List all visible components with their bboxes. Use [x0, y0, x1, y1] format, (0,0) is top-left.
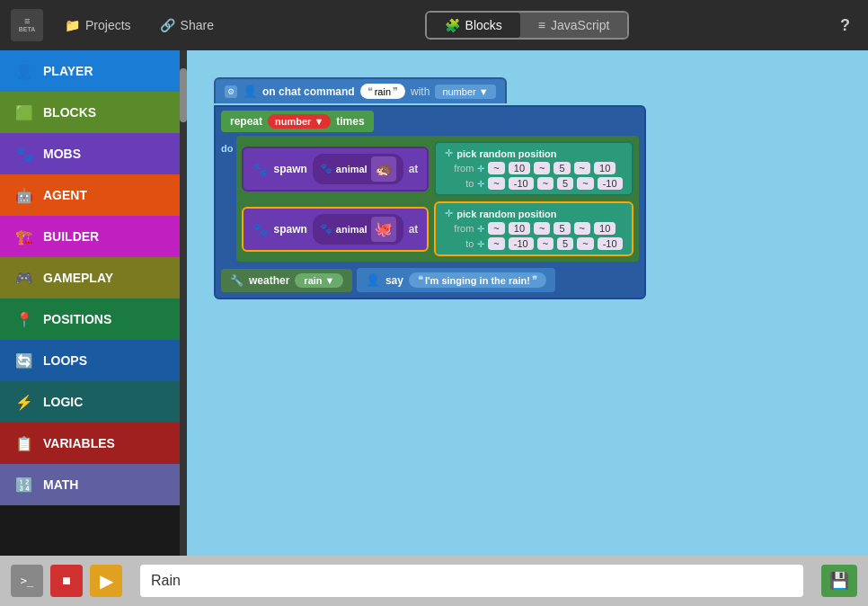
sidebar-item-logic[interactable]: ⚡ LOGIC: [0, 381, 180, 423]
tab-javascript[interactable]: ≡ JavaScript: [520, 13, 628, 38]
sidebar-item-loops[interactable]: 🔄 LOOPS: [0, 340, 180, 381]
save-button[interactable]: 💾: [821, 565, 857, 597]
say-block[interactable]: 👤 say ❝ I'm singing in the rain! ❞: [357, 268, 555, 292]
gameplay-icon: 🎮: [14, 268, 34, 288]
num-t1-x[interactable]: -10: [509, 177, 534, 190]
number-repeat-pill[interactable]: number ▼: [268, 114, 331, 129]
share-icon: 🔗: [160, 18, 175, 32]
pos-to-row-2: to ✛ ~ -10 ~ 5 ~ -10: [445, 237, 622, 250]
animal-pill-2[interactable]: 🐾 animal 🐙: [313, 214, 403, 245]
sidebar-item-math[interactable]: 🔢 MATH: [0, 464, 180, 505]
animal-pill-1[interactable]: 🐾 animal 🦔: [313, 154, 403, 184]
rain-weather-pill[interactable]: rain ▼: [295, 273, 343, 288]
pos-block-1[interactable]: ✛ pick random position from ✛ ~ 10 ~ 5: [434, 141, 633, 196]
settings-cog-icon: ⚙: [225, 85, 237, 98]
pos-block-2[interactable]: ✛ pick random position from ✛ ~ 10 ~ 5: [434, 201, 633, 256]
num-t2-z[interactable]: -10: [598, 237, 623, 250]
run-button[interactable]: ▶: [90, 565, 122, 597]
num-f2-z[interactable]: 10: [594, 222, 616, 235]
tab-blocks[interactable]: 🧩 Blocks: [425, 11, 522, 40]
sidebar-item-agent[interactable]: 🤖 AGENT: [0, 174, 180, 216]
num-f1-y[interactable]: 5: [554, 162, 570, 174]
tilde-t2: ~: [488, 237, 504, 250]
positions-icon: 📍: [14, 309, 34, 329]
animal-paws-icon-2: 🐾: [320, 223, 332, 235]
outer-blue-container: repeat number ▼ times do: [214, 105, 646, 299]
spawn-block-1[interactable]: 🐾 spawn 🐾 animal 🦔 at: [242, 147, 429, 192]
num-f1-z[interactable]: 10: [594, 162, 616, 174]
add-icon-f1: ✛: [477, 164, 484, 174]
variables-icon: 📋: [14, 433, 34, 453]
tilde-f1: ~: [488, 162, 504, 174]
sidebar-scrollbar-thumb[interactable]: [180, 68, 187, 122]
crosshair-icon-2: ✛: [445, 208, 453, 219]
tilde-t2c: ~: [577, 237, 593, 250]
topbar: ☰ BETA 📁 Projects 🔗 Share 🧩 Blocks ≡ Jav…: [0, 0, 868, 50]
repeat-row: repeat number ▼ times: [221, 111, 639, 132]
sidebar-item-variables[interactable]: 📋 VARIABLES: [0, 423, 180, 464]
math-icon: 🔢: [14, 475, 34, 495]
animal-sprite-1[interactable]: 🦔: [371, 156, 396, 182]
num-t2-x[interactable]: -10: [509, 237, 534, 250]
wrench-icon: 🔧: [230, 274, 244, 287]
chat-command-block[interactable]: ⚙ 👤 on chat command ❝ rain ❞ with number…: [214, 77, 507, 103]
pick-random-label-1: pick random position: [456, 148, 556, 159]
num-f2-x[interactable]: 10: [509, 222, 530, 235]
number-var-pill[interactable]: number ▼: [435, 85, 495, 99]
num-f1-x[interactable]: 10: [509, 162, 530, 174]
sidebar-item-mobs[interactable]: 🐾 MOBS: [0, 133, 180, 174]
player-icon: 👤: [14, 61, 34, 81]
do-area: do 🐾 spawn 🐾 animal 🦔: [221, 136, 639, 262]
rain-dropdown-icon: ▼: [325, 275, 335, 286]
repeat-block[interactable]: repeat number ▼ times: [221, 111, 374, 132]
pos-to-row-1: to ✛ ~ -10 ~ 5 ~ -10: [445, 177, 622, 190]
sidebar-item-player[interactable]: 👤 PLAYER: [0, 50, 180, 92]
quote-open-icon: ❝: [368, 85, 373, 97]
animal-sprite-2[interactable]: 🐙: [371, 217, 396, 242]
projects-button[interactable]: 📁 Projects: [58, 14, 138, 36]
do-label: do: [221, 136, 233, 154]
animal-paws-icon-1: 🐾: [320, 163, 332, 174]
pick-random-label-2: pick random position: [456, 209, 556, 219]
canvas-area: ⚙ 👤 on chat command ❝ rain ❞ with number…: [187, 50, 868, 556]
spawn-row-2: 🐾 spawn 🐾 animal 🐙 at: [242, 201, 633, 256]
sidebar-item-positions[interactable]: 📍 POSITIONS: [0, 299, 180, 340]
tilde-f2c: ~: [574, 222, 590, 235]
stop-button[interactable]: ■: [50, 565, 83, 597]
tilde-t1b: ~: [537, 177, 554, 190]
from-label-2: from: [445, 223, 474, 234]
help-button[interactable]: ?: [833, 13, 857, 39]
share-button[interactable]: 🔗 Share: [153, 14, 221, 36]
terminal-button[interactable]: >_: [11, 565, 43, 597]
num-t2-y[interactable]: 5: [557, 237, 573, 250]
bottom-bar: >_ ■ ▶ Rain 💾: [0, 556, 868, 606]
num-t1-z[interactable]: -10: [598, 177, 623, 190]
sidebar-scrollbar[interactable]: [180, 50, 187, 556]
num-f2-y[interactable]: 5: [554, 222, 570, 235]
spawn-block-2[interactable]: 🐾 spawn 🐾 animal 🐙 at: [242, 207, 429, 252]
folder-icon: 📁: [65, 18, 80, 32]
blocks-icon: 🟩: [14, 102, 34, 122]
repeat-dropdown-icon: ▼: [314, 116, 323, 127]
weather-block[interactable]: 🔧 weather rain ▼: [221, 269, 352, 292]
agent-icon: 🤖: [14, 185, 34, 205]
sidebar-item-gameplay[interactable]: 🎮 GAMEPLAY: [0, 257, 180, 299]
tilde-t1c: ~: [577, 177, 593, 190]
player-cmd-icon: 👤: [243, 85, 257, 98]
sidebar-item-builder[interactable]: 🏗️ BUILDER: [0, 216, 180, 257]
num-t1-y[interactable]: 5: [557, 177, 573, 190]
to-label-2: to: [445, 238, 474, 249]
to-label-1: to: [445, 178, 474, 189]
add-icon-t2: ✛: [477, 239, 484, 249]
say-player-icon: 👤: [366, 273, 380, 287]
sidebar: 👤 PLAYER 🟩 BLOCKS 🐾 MOBS 🤖 AGENT 🏗️ BUIL…: [0, 50, 180, 556]
say-quote-open: ❝: [418, 274, 423, 286]
say-string-pill[interactable]: ❝ I'm singing in the rain! ❞: [409, 272, 546, 288]
spawn-row-1: 🐾 spawn 🐾 animal 🦔 at: [242, 141, 633, 196]
sidebar-item-blocks[interactable]: 🟩 BLOCKS: [0, 92, 180, 133]
tilde-f1b: ~: [534, 162, 550, 174]
tilde-f2b: ~: [534, 222, 550, 235]
tilde-f1c: ~: [574, 162, 590, 174]
rain-string-pill[interactable]: ❝ rain ❞: [360, 84, 405, 99]
do-inner: 🐾 spawn 🐾 animal 🦔 at: [236, 136, 638, 262]
